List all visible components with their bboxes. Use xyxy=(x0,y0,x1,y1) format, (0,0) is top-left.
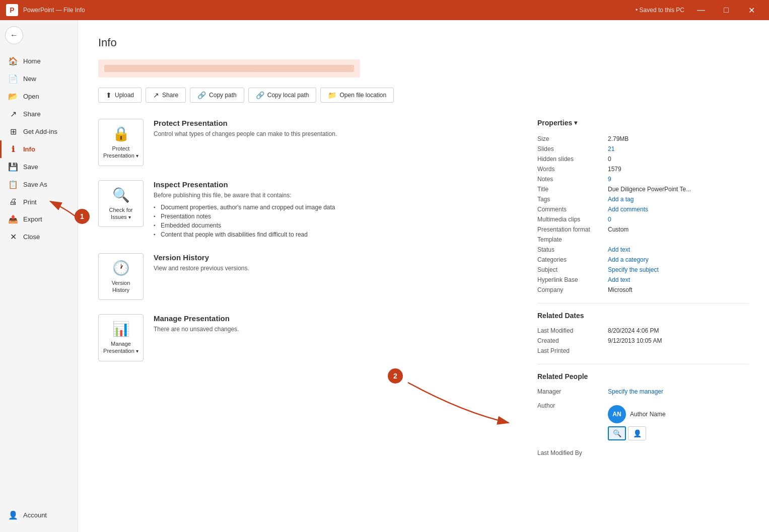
prop-row-status: Status Add text xyxy=(537,245,749,255)
inspect-text: Inspect Presentation Before publishing t… xyxy=(154,180,517,239)
left-column: 🔒 ProtectPresentation ▾ Protect Presenta… xyxy=(98,119,517,458)
two-col-layout: 🔒 ProtectPresentation ▾ Protect Presenta… xyxy=(98,119,749,458)
upload-button[interactable]: ⬆ Upload xyxy=(98,88,142,103)
back-button[interactable]: ← xyxy=(5,26,23,44)
title-bar-controls: — □ ✕ xyxy=(689,2,763,18)
version-history-icon: 🕐 xyxy=(112,260,130,276)
manage-icon: 📊 xyxy=(112,321,130,337)
divider-1 xyxy=(537,303,749,303)
author-name: Author Name xyxy=(630,411,666,418)
sidebar-item-home-label: Home xyxy=(23,57,41,65)
prop-row-notes: Notes 9 xyxy=(537,174,749,184)
sidebar-item-print[interactable]: 🖨 Print xyxy=(0,193,78,210)
maximize-button[interactable]: □ xyxy=(715,2,738,18)
author-info: AN Author Name 🔍 👤 xyxy=(608,402,666,440)
author-edit-button[interactable]: 👤 xyxy=(628,426,646,440)
version-history-text: Version History View and restore previou… xyxy=(154,253,517,276)
title-bar: P PowerPoint — File Info • Saved to this… xyxy=(0,0,769,20)
sidebar-item-new-label: New xyxy=(23,75,36,83)
inspect-list: Document properties, author's name and c… xyxy=(154,203,517,239)
copy-path-button[interactable]: 🔗 Copy path xyxy=(190,88,244,103)
protect-icon: 🔒 xyxy=(112,125,130,142)
share-btn-icon: ↗ xyxy=(153,91,159,99)
related-people-title: Related People xyxy=(537,372,749,381)
app-body: ← 🏠 Home 📄 New 📂 Open ↗ Share ⊞ Get Add-… xyxy=(0,20,769,532)
prop-row-subject: Subject Specify the subject xyxy=(537,265,749,275)
sidebar-item-account[interactable]: 👤 Account xyxy=(0,506,78,524)
prop-row-comments: Comments Add comments xyxy=(537,204,749,214)
protect-text: Protect Presentation Control what types … xyxy=(154,119,517,141)
author-actions: 🔍 👤 xyxy=(608,426,666,440)
sidebar-item-account-label: Account xyxy=(23,511,47,519)
print-icon: 🖨 xyxy=(8,197,18,206)
sidebar-item-share[interactable]: ↗ Share xyxy=(0,105,78,123)
related-dates-table: Last Modified 8/20/2024 4:06 PM Created … xyxy=(537,326,749,356)
inspect-list-item: Content that people with disabilities fi… xyxy=(154,230,517,239)
manage-icon-label: ManagePresentation ▾ xyxy=(103,340,138,355)
manage-desc: There are no unsaved changes. xyxy=(154,326,517,333)
author-search-button[interactable]: 🔍 xyxy=(608,426,626,440)
right-column: Properties ▾ Size 2.79MB Slides 21 xyxy=(537,119,749,458)
version-history-desc: View and restore previous versions. xyxy=(154,265,517,272)
sidebar-item-save-label: Save xyxy=(23,163,38,171)
sidebar-item-open-label: Open xyxy=(23,93,39,100)
prop-row-template: Template xyxy=(537,235,749,245)
version-history-icon-label: VersionHistory xyxy=(112,279,130,294)
author-row-container: Author AN Author Name 🔍 👤 xyxy=(537,401,749,442)
check-issues-icon-label: Check forIssues ▾ xyxy=(109,206,132,221)
sidebar-item-export[interactable]: 📤 Export xyxy=(0,210,78,228)
copy-local-path-button[interactable]: 🔗 Copy local path xyxy=(248,88,317,103)
manage-icon-box[interactable]: 📊 ManagePresentation ▾ xyxy=(98,314,144,361)
app-logo: P xyxy=(6,4,18,16)
version-history-icon-box[interactable]: 🕐 VersionHistory xyxy=(98,253,144,300)
share-button[interactable]: ↗ Share xyxy=(146,88,186,103)
new-icon: 📄 xyxy=(8,74,18,84)
prop-row-company: Company Microsoft xyxy=(537,285,749,295)
copy-path-icon: 🔗 xyxy=(197,91,206,99)
upload-icon: ⬆ xyxy=(106,91,112,99)
prop-row-title: Title Due Diligence PowerPoint Te... xyxy=(537,184,749,194)
version-history-heading: Version History xyxy=(154,253,517,262)
minimize-button[interactable]: — xyxy=(689,2,713,18)
sidebar-item-save[interactable]: 💾 Save xyxy=(0,158,78,176)
inspect-list-item: Presentation notes xyxy=(154,212,517,221)
save-as-icon: 📋 xyxy=(8,180,18,189)
last-modified-by-row: Last Modified By xyxy=(537,448,749,458)
sidebar-item-new[interactable]: 📄 New xyxy=(0,70,78,88)
home-icon: 🏠 xyxy=(8,56,18,66)
check-issues-icon-box[interactable]: 🔍 Check forIssues ▾ xyxy=(98,180,144,227)
close-button[interactable]: ✕ xyxy=(740,2,763,18)
protect-section: 🔒 ProtectPresentation ▾ Protect Presenta… xyxy=(98,119,517,166)
author-avatar: AN xyxy=(608,405,626,423)
prop-row-tags: Tags Add a tag xyxy=(537,194,749,204)
manage-heading: Manage Presentation xyxy=(154,314,517,323)
sidebar: ← 🏠 Home 📄 New 📂 Open ↗ Share ⊞ Get Add-… xyxy=(0,20,78,532)
share-icon: ↗ xyxy=(8,109,18,119)
save-icon: 💾 xyxy=(8,162,18,172)
open-file-location-button[interactable]: 📁 Open file location xyxy=(320,88,394,103)
prop-row-hidden-slides: Hidden slides 0 xyxy=(537,154,749,164)
sidebar-item-get-addins[interactable]: ⊞ Get Add-ins xyxy=(0,123,78,140)
related-dates-title: Related Dates xyxy=(537,312,749,320)
main-content: Info ⬆ Upload ↗ Share 🔗 Copy path 🔗 Copy… xyxy=(78,20,769,532)
title-bar-saved-status: • Saved to this PC xyxy=(636,7,684,14)
sidebar-item-info-label: Info xyxy=(23,145,35,153)
prop-row-size: Size 2.79MB xyxy=(537,134,749,144)
prop-row-categories: Categories Add a category xyxy=(537,255,749,265)
manager-row: Manager Specify the manager xyxy=(537,387,749,397)
prop-row-slides: Slides 21 xyxy=(537,144,749,154)
version-history-section: 🕐 VersionHistory Version History View an… xyxy=(98,253,517,300)
properties-header: Properties ▾ xyxy=(537,119,749,127)
protect-icon-box[interactable]: 🔒 ProtectPresentation ▾ xyxy=(98,119,144,166)
sidebar-item-info[interactable]: ℹ Info xyxy=(0,140,78,158)
prop-row-multimedia: Multimedia clips 0 xyxy=(537,214,749,224)
sidebar-item-open[interactable]: 📂 Open xyxy=(0,88,78,105)
prop-row-created: Created 9/12/2013 10:05 AM xyxy=(537,336,749,346)
protect-heading: Protect Presentation xyxy=(154,119,517,127)
sidebar-item-close[interactable]: ✕ Close xyxy=(0,228,78,246)
sidebar-item-addins-label: Get Add-ins xyxy=(23,128,57,135)
manage-text: Manage Presentation There are no unsaved… xyxy=(154,314,517,337)
sidebar-item-home[interactable]: 🏠 Home xyxy=(0,52,78,70)
sidebar-item-save-as[interactable]: 📋 Save As xyxy=(0,176,78,193)
sidebar-bottom: 👤 Account xyxy=(0,506,78,532)
